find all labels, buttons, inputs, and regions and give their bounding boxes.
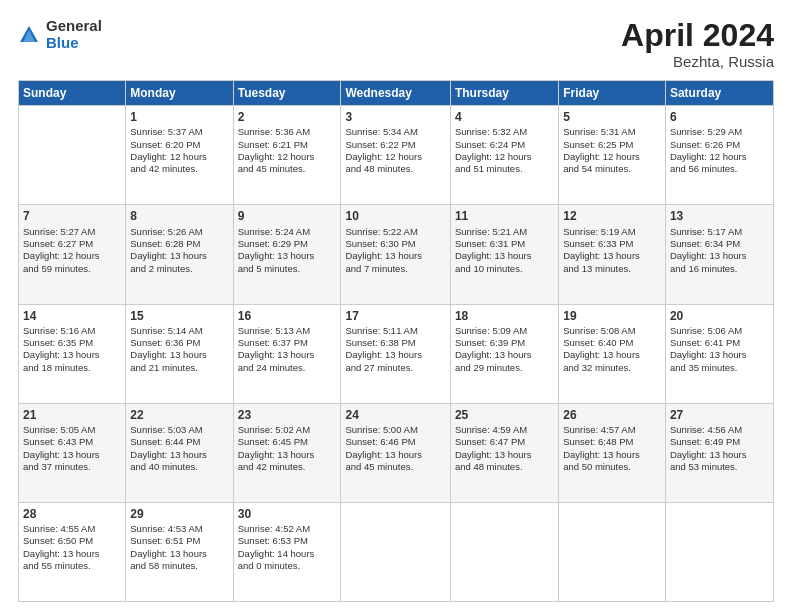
day-info: Sunrise: 5:26 AM Sunset: 6:28 PM Dayligh… xyxy=(130,226,228,275)
calendar-cell: 19Sunrise: 5:08 AM Sunset: 6:40 PM Dayli… xyxy=(559,304,666,403)
weekday-header: Thursday xyxy=(450,81,558,106)
day-info: Sunrise: 5:11 AM Sunset: 6:38 PM Dayligh… xyxy=(345,325,445,374)
logo: General Blue xyxy=(18,18,102,51)
weekday-header: Friday xyxy=(559,81,666,106)
day-number: 9 xyxy=(238,208,337,224)
calendar-cell: 25Sunrise: 4:59 AM Sunset: 6:47 PM Dayli… xyxy=(450,403,558,502)
day-info: Sunrise: 5:06 AM Sunset: 6:41 PM Dayligh… xyxy=(670,325,769,374)
calendar-cell: 4Sunrise: 5:32 AM Sunset: 6:24 PM Daylig… xyxy=(450,106,558,205)
day-number: 14 xyxy=(23,308,121,324)
day-info: Sunrise: 4:53 AM Sunset: 6:51 PM Dayligh… xyxy=(130,523,228,572)
calendar-cell: 5Sunrise: 5:31 AM Sunset: 6:25 PM Daylig… xyxy=(559,106,666,205)
day-number: 26 xyxy=(563,407,661,423)
title-block: April 2024 Bezhta, Russia xyxy=(621,18,774,70)
day-info: Sunrise: 5:24 AM Sunset: 6:29 PM Dayligh… xyxy=(238,226,337,275)
day-info: Sunrise: 5:14 AM Sunset: 6:36 PM Dayligh… xyxy=(130,325,228,374)
calendar-cell: 20Sunrise: 5:06 AM Sunset: 6:41 PM Dayli… xyxy=(665,304,773,403)
day-number: 2 xyxy=(238,109,337,125)
day-info: Sunrise: 5:31 AM Sunset: 6:25 PM Dayligh… xyxy=(563,126,661,175)
day-number: 16 xyxy=(238,308,337,324)
calendar-cell: 9Sunrise: 5:24 AM Sunset: 6:29 PM Daylig… xyxy=(233,205,341,304)
calendar-cell: 18Sunrise: 5:09 AM Sunset: 6:39 PM Dayli… xyxy=(450,304,558,403)
calendar-page: General Blue April 2024 Bezhta, Russia S… xyxy=(0,0,792,612)
day-info: Sunrise: 4:57 AM Sunset: 6:48 PM Dayligh… xyxy=(563,424,661,473)
day-number: 20 xyxy=(670,308,769,324)
logo-text: General Blue xyxy=(46,18,102,51)
logo-general: General xyxy=(46,18,102,35)
calendar-cell: 7Sunrise: 5:27 AM Sunset: 6:27 PM Daylig… xyxy=(19,205,126,304)
calendar-cell: 21Sunrise: 5:05 AM Sunset: 6:43 PM Dayli… xyxy=(19,403,126,502)
calendar-cell: 11Sunrise: 5:21 AM Sunset: 6:31 PM Dayli… xyxy=(450,205,558,304)
calendar-cell: 2Sunrise: 5:36 AM Sunset: 6:21 PM Daylig… xyxy=(233,106,341,205)
day-info: Sunrise: 5:34 AM Sunset: 6:22 PM Dayligh… xyxy=(345,126,445,175)
calendar-cell: 12Sunrise: 5:19 AM Sunset: 6:33 PM Dayli… xyxy=(559,205,666,304)
calendar-cell xyxy=(450,502,558,601)
day-number: 10 xyxy=(345,208,445,224)
day-number: 22 xyxy=(130,407,228,423)
calendar-cell: 27Sunrise: 4:56 AM Sunset: 6:49 PM Dayli… xyxy=(665,403,773,502)
calendar-table: SundayMondayTuesdayWednesdayThursdayFrid… xyxy=(18,80,774,602)
day-number: 8 xyxy=(130,208,228,224)
day-number: 18 xyxy=(455,308,554,324)
day-info: Sunrise: 5:36 AM Sunset: 6:21 PM Dayligh… xyxy=(238,126,337,175)
calendar-cell: 1Sunrise: 5:37 AM Sunset: 6:20 PM Daylig… xyxy=(126,106,233,205)
day-number: 24 xyxy=(345,407,445,423)
weekday-header: Monday xyxy=(126,81,233,106)
day-info: Sunrise: 5:22 AM Sunset: 6:30 PM Dayligh… xyxy=(345,226,445,275)
day-number: 15 xyxy=(130,308,228,324)
calendar-cell: 10Sunrise: 5:22 AM Sunset: 6:30 PM Dayli… xyxy=(341,205,450,304)
day-info: Sunrise: 4:52 AM Sunset: 6:53 PM Dayligh… xyxy=(238,523,337,572)
day-number: 30 xyxy=(238,506,337,522)
day-info: Sunrise: 5:32 AM Sunset: 6:24 PM Dayligh… xyxy=(455,126,554,175)
day-number: 25 xyxy=(455,407,554,423)
calendar-week-row: 7Sunrise: 5:27 AM Sunset: 6:27 PM Daylig… xyxy=(19,205,774,304)
day-info: Sunrise: 4:55 AM Sunset: 6:50 PM Dayligh… xyxy=(23,523,121,572)
day-info: Sunrise: 5:19 AM Sunset: 6:33 PM Dayligh… xyxy=(563,226,661,275)
calendar-cell: 8Sunrise: 5:26 AM Sunset: 6:28 PM Daylig… xyxy=(126,205,233,304)
day-info: Sunrise: 5:00 AM Sunset: 6:46 PM Dayligh… xyxy=(345,424,445,473)
logo-icon xyxy=(18,24,40,46)
day-info: Sunrise: 5:13 AM Sunset: 6:37 PM Dayligh… xyxy=(238,325,337,374)
calendar-cell: 16Sunrise: 5:13 AM Sunset: 6:37 PM Dayli… xyxy=(233,304,341,403)
day-number: 6 xyxy=(670,109,769,125)
day-number: 1 xyxy=(130,109,228,125)
day-number: 7 xyxy=(23,208,121,224)
day-number: 23 xyxy=(238,407,337,423)
day-info: Sunrise: 4:56 AM Sunset: 6:49 PM Dayligh… xyxy=(670,424,769,473)
calendar-cell: 24Sunrise: 5:00 AM Sunset: 6:46 PM Dayli… xyxy=(341,403,450,502)
calendar-cell: 14Sunrise: 5:16 AM Sunset: 6:35 PM Dayli… xyxy=(19,304,126,403)
day-number: 5 xyxy=(563,109,661,125)
day-info: Sunrise: 5:05 AM Sunset: 6:43 PM Dayligh… xyxy=(23,424,121,473)
day-number: 4 xyxy=(455,109,554,125)
calendar-cell xyxy=(665,502,773,601)
logo-blue: Blue xyxy=(46,35,102,52)
calendar-cell: 6Sunrise: 5:29 AM Sunset: 6:26 PM Daylig… xyxy=(665,106,773,205)
day-number: 11 xyxy=(455,208,554,224)
day-info: Sunrise: 5:03 AM Sunset: 6:44 PM Dayligh… xyxy=(130,424,228,473)
weekday-header: Saturday xyxy=(665,81,773,106)
day-info: Sunrise: 5:02 AM Sunset: 6:45 PM Dayligh… xyxy=(238,424,337,473)
weekday-header: Sunday xyxy=(19,81,126,106)
day-info: Sunrise: 4:59 AM Sunset: 6:47 PM Dayligh… xyxy=(455,424,554,473)
calendar-title: April 2024 xyxy=(621,18,774,53)
calendar-cell xyxy=(341,502,450,601)
day-info: Sunrise: 5:08 AM Sunset: 6:40 PM Dayligh… xyxy=(563,325,661,374)
calendar-cell: 13Sunrise: 5:17 AM Sunset: 6:34 PM Dayli… xyxy=(665,205,773,304)
calendar-cell: 30Sunrise: 4:52 AM Sunset: 6:53 PM Dayli… xyxy=(233,502,341,601)
calendar-cell: 26Sunrise: 4:57 AM Sunset: 6:48 PM Dayli… xyxy=(559,403,666,502)
day-info: Sunrise: 5:09 AM Sunset: 6:39 PM Dayligh… xyxy=(455,325,554,374)
calendar-cell: 23Sunrise: 5:02 AM Sunset: 6:45 PM Dayli… xyxy=(233,403,341,502)
calendar-week-row: 1Sunrise: 5:37 AM Sunset: 6:20 PM Daylig… xyxy=(19,106,774,205)
calendar-cell: 22Sunrise: 5:03 AM Sunset: 6:44 PM Dayli… xyxy=(126,403,233,502)
day-info: Sunrise: 5:29 AM Sunset: 6:26 PM Dayligh… xyxy=(670,126,769,175)
day-info: Sunrise: 5:27 AM Sunset: 6:27 PM Dayligh… xyxy=(23,226,121,275)
day-info: Sunrise: 5:17 AM Sunset: 6:34 PM Dayligh… xyxy=(670,226,769,275)
day-number: 19 xyxy=(563,308,661,324)
day-number: 21 xyxy=(23,407,121,423)
day-info: Sunrise: 5:21 AM Sunset: 6:31 PM Dayligh… xyxy=(455,226,554,275)
day-number: 13 xyxy=(670,208,769,224)
day-number: 12 xyxy=(563,208,661,224)
calendar-cell xyxy=(559,502,666,601)
weekday-header: Tuesday xyxy=(233,81,341,106)
calendar-cell: 17Sunrise: 5:11 AM Sunset: 6:38 PM Dayli… xyxy=(341,304,450,403)
